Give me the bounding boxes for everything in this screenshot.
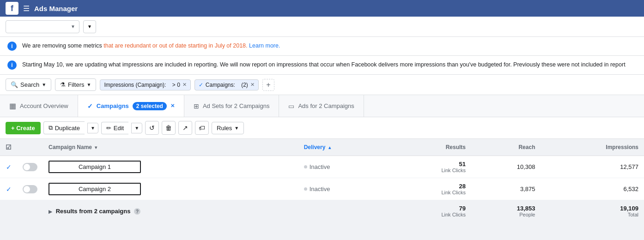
- row2-checkbox[interactable]: ✓: [0, 178, 17, 200]
- summary-row: ▶ Results from 2 campaigns ? 79 Link Cli…: [0, 200, 644, 222]
- campaigns-chip-icon: ✓: [199, 82, 203, 88]
- search-icon: 🔍: [11, 81, 18, 88]
- trash-icon: 🗑: [165, 124, 172, 132]
- tab-account-overview[interactable]: ▦ Account Overview: [0, 95, 78, 117]
- reach-header[interactable]: Reach: [471, 139, 541, 156]
- campaign1-toggle[interactable]: [23, 163, 37, 171]
- campaign-name-header[interactable]: Campaign Name ▾: [43, 139, 287, 156]
- sort-icon-name: ▾: [95, 145, 97, 150]
- campaigns-filter-chip[interactable]: ✓ Campaigns: (2) ✕: [194, 79, 259, 90]
- info-icon-2: i: [7, 60, 17, 70]
- ad-sets-icon: ⊞: [194, 102, 199, 110]
- select-all-checkbox[interactable]: ☑: [6, 144, 12, 151]
- campaigns-table: ☑ Campaign Name ▾ Delivery ▴ Results Rea…: [0, 139, 644, 222]
- row1-impressions: 12,577: [541, 156, 644, 178]
- tab-ads[interactable]: ▭ Ads for 2 Campaigns: [279, 95, 364, 117]
- app-title: Ads Manager: [34, 5, 78, 12]
- filter-bar: 🔍 Search ▼ ⚗ Filters ▼ Impressions (Camp…: [0, 75, 644, 95]
- filter-icon: ⚗: [60, 81, 66, 88]
- results-header[interactable]: Results: [388, 139, 471, 156]
- row2-delivery: Inactive: [298, 178, 388, 200]
- info-text-2: Starting May 10, we are updating what im…: [22, 61, 626, 69]
- edit-button[interactable]: ✏ Edit: [101, 122, 128, 134]
- row1-checkbox[interactable]: ✓: [0, 156, 17, 178]
- chevron-down-icon-edit: ▼: [134, 126, 139, 131]
- check-icon: ✓: [6, 163, 12, 171]
- row2-results: 28 Link Clicks: [388, 178, 471, 200]
- duplicate-icon: ⧉: [49, 124, 53, 132]
- tab-ad-sets[interactable]: ⊞ Ad Sets for 2 Campaigns: [184, 95, 279, 117]
- campaigns-chip-close[interactable]: ✕: [250, 82, 255, 88]
- row1-name[interactable]: Campaign 1: [43, 156, 287, 178]
- facebook-logo: f: [6, 2, 18, 15]
- delivery-dot-1: [304, 165, 307, 168]
- row1-reach: 10,308: [471, 156, 541, 178]
- impressions-filter-chip[interactable]: Impressions (Campaign): > 0 ✕: [100, 79, 190, 90]
- account-select[interactable]: ▼: [6, 20, 79, 33]
- row2-name[interactable]: Campaign 2: [43, 178, 287, 200]
- row2-warning: [287, 178, 298, 200]
- campaigns-selected-badge: 2 selected: [133, 102, 167, 110]
- export-button[interactable]: ↗: [178, 121, 192, 135]
- toolbar: + Create ⧉ Duplicate ▼ ✏ Edit ▼ ↺ 🗑 ↗ 🏷 …: [0, 117, 644, 139]
- info-banner-1: i We are removing some metrics that are …: [0, 37, 644, 56]
- edit-arrow-button[interactable]: ▼: [131, 123, 142, 133]
- chevron-down-icon-2: ▼: [87, 24, 92, 29]
- account-dropdown-button[interactable]: ▼: [83, 20, 96, 33]
- campaigns-badge-close[interactable]: ✕: [170, 103, 175, 109]
- create-button[interactable]: + Create: [6, 122, 41, 134]
- tag-icon: 🏷: [199, 124, 205, 132]
- summary-reach: 13,853 People: [471, 200, 541, 222]
- sort-arrow-delivery: ▴: [328, 145, 331, 150]
- campaigns-tab-icon: ✓: [87, 102, 93, 110]
- learn-more-link-1[interactable]: Learn more.: [249, 42, 280, 49]
- row1-toggle[interactable]: [17, 156, 43, 178]
- delivery-header[interactable]: Delivery ▴: [298, 139, 388, 156]
- top-nav: f ☰ Ads Manager: [0, 0, 644, 17]
- impressions-chip-close[interactable]: ✕: [182, 82, 187, 88]
- delete-button[interactable]: 🗑: [162, 121, 176, 135]
- export-icon: ↗: [182, 124, 188, 132]
- impressions-header[interactable]: Impressions: [541, 139, 644, 156]
- info-icon-1: i: [7, 42, 17, 51]
- row1-delivery: Inactive: [298, 156, 388, 178]
- select-all-header[interactable]: ☑: [0, 139, 17, 156]
- summary-results: 79 Link Clicks: [388, 200, 471, 222]
- row1-warning: [287, 156, 298, 178]
- account-overview-icon: ▦: [9, 102, 16, 110]
- row2-toggle[interactable]: [17, 178, 43, 200]
- refresh-button[interactable]: ↺: [145, 121, 159, 135]
- summary-label: ▶ Results from 2 campaigns ?: [43, 200, 287, 222]
- info-question-icon[interactable]: ?: [134, 208, 140, 215]
- ads-icon: ▭: [288, 102, 294, 110]
- info-text-1: We are removing some metrics that are re…: [22, 42, 280, 50]
- chevron-down-icon-search: ▼: [42, 82, 46, 87]
- duplicate-arrow-button[interactable]: ▼: [87, 123, 98, 133]
- duplicate-button[interactable]: ⧉ Duplicate: [43, 121, 85, 134]
- expand-icon[interactable]: ▶: [49, 209, 52, 214]
- filters-button[interactable]: ⚗ Filters ▼: [55, 78, 96, 91]
- campaign2-toggle[interactable]: [23, 185, 37, 193]
- summary-impressions: 19,109 Total: [541, 200, 644, 222]
- tab-campaigns[interactable]: ✓ Campaigns 2 selected ✕: [78, 95, 184, 117]
- tag-button[interactable]: 🏷: [195, 121, 209, 135]
- check-icon-2: ✓: [6, 186, 12, 193]
- summary-delivery: [298, 200, 388, 222]
- hamburger-icon[interactable]: ☰: [23, 4, 30, 13]
- table-row: ✓ Campaign 2 Inactive: [0, 178, 644, 200]
- toggle-header: [17, 139, 43, 156]
- refresh-icon: ↺: [149, 124, 155, 132]
- chevron-down-icon: ▼: [71, 24, 75, 29]
- add-filter-button[interactable]: +: [262, 79, 274, 91]
- summary-toggle: [17, 200, 43, 222]
- delivery-dot-2: [304, 187, 307, 191]
- table-header-row: ☑ Campaign Name ▾ Delivery ▴ Results Rea…: [0, 139, 644, 156]
- row2-impressions: 6,532: [541, 178, 644, 200]
- chevron-down-icon-rules: ▼: [234, 126, 239, 131]
- summary-warning: [287, 200, 298, 222]
- tabs-bar: ▦ Account Overview ✓ Campaigns 2 selecte…: [0, 95, 644, 117]
- campaign1-name-box: Campaign 1: [49, 161, 141, 173]
- campaign2-name-box: Campaign 2: [49, 183, 141, 195]
- search-button[interactable]: 🔍 Search ▼: [6, 78, 51, 91]
- rules-button[interactable]: Rules ▼: [212, 122, 244, 134]
